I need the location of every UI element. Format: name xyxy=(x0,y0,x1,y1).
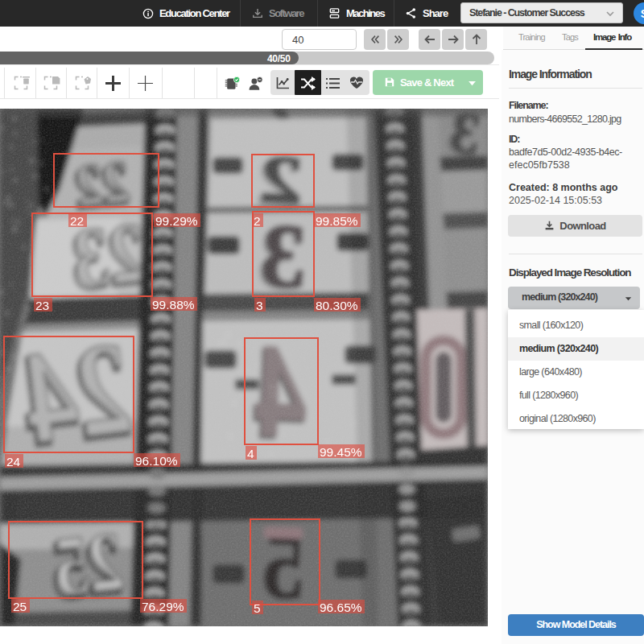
svg-text:99.85%: 99.85% xyxy=(316,214,358,228)
svg-text:99.88%: 99.88% xyxy=(152,298,195,312)
svg-text:96.10%: 96.10% xyxy=(135,454,178,468)
svg-text:96.65%: 96.65% xyxy=(320,601,362,614)
svg-text:99.45%: 99.45% xyxy=(320,445,362,459)
svg-text:2: 2 xyxy=(254,214,261,228)
svg-text:76.29%: 76.29% xyxy=(142,600,184,613)
svg-text:23: 23 xyxy=(35,299,49,312)
svg-text:25: 25 xyxy=(13,600,27,613)
svg-text:4: 4 xyxy=(247,447,254,460)
svg-text:99.29%: 99.29% xyxy=(155,214,198,228)
svg-text:5: 5 xyxy=(254,601,261,615)
svg-text:80.30%: 80.30% xyxy=(316,299,358,312)
svg-text:24: 24 xyxy=(6,455,21,469)
svg-text:3: 3 xyxy=(256,299,263,312)
svg-text:22: 22 xyxy=(70,214,84,228)
